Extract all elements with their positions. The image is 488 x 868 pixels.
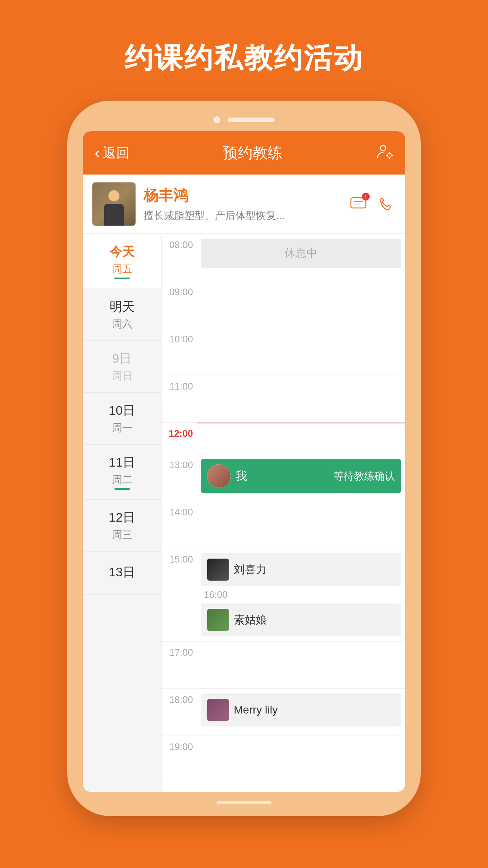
schedule-area: 08:00 休息中 09:00 10:00 11:00 <box>161 234 405 792</box>
date-item-tomorrow[interactable]: 明天 周六 <box>83 289 161 341</box>
time-1000: 10:00 <box>161 328 197 345</box>
message-badge: ! <box>362 193 370 200</box>
message-button[interactable]: ! <box>349 194 368 214</box>
date-item-9[interactable]: 9日 周日 <box>83 341 161 393</box>
day-12-label: 周三 <box>112 528 132 542</box>
date-9-label: 9日 <box>112 350 132 368</box>
time-1200: 12:00 <box>161 423 197 439</box>
avatar-merry <box>207 699 229 721</box>
slot-1100: 11:00 <box>161 375 405 423</box>
day-9-label: 周日 <box>112 369 132 383</box>
booking-status: 等待教练确认 <box>334 469 395 483</box>
trainer-name: 杨丰鸿 <box>143 186 341 206</box>
slot-0800: 08:00 休息中 <box>161 234 405 281</box>
date-11-label: 11日 <box>109 454 136 471</box>
settings-icon[interactable] <box>376 143 393 164</box>
time-1600-label: 16:00 <box>201 588 401 602</box>
speaker-bar <box>227 118 275 122</box>
date-today-label: 今天 <box>110 243 135 261</box>
trainer-actions: ! <box>349 194 396 214</box>
day-10-label: 周一 <box>112 421 132 435</box>
date-11-dot <box>114 488 130 490</box>
phone-button[interactable] <box>376 194 396 214</box>
booking-merry[interactable]: Merry lily <box>201 693 401 726</box>
today-underline <box>114 278 130 279</box>
booking-su[interactable]: 素姑娘 <box>201 603 401 636</box>
date-10-label: 10日 <box>109 402 136 419</box>
my-avatar <box>207 464 231 488</box>
date-item-12[interactable]: 12日 周三 <box>83 500 161 552</box>
slot-1400: 14:00 <box>161 501 405 548</box>
home-indicator <box>216 801 272 804</box>
slot-content-0800: 休息中 <box>197 234 405 272</box>
slot-0900: 09:00 <box>161 281 405 328</box>
svg-point-1 <box>387 153 391 157</box>
phone-screen: ‹ 返回 预约教练 <box>83 131 405 792</box>
slot-content-1300[interactable]: 我 等待教练确认 <box>197 454 405 498</box>
content-area: 今天 周五 明天 周六 9日 周日 10日 周一 11日 <box>83 234 405 792</box>
slot-1500-1600: 15:00 刘喜力 16:00 <box>161 548 405 642</box>
trainer-description: 擅长减脂塑型、产后体型恢复... <box>143 209 341 223</box>
day-tomorrow-label: 周六 <box>112 317 132 331</box>
phone-top-bar <box>213 116 275 123</box>
camera-dot <box>213 116 220 123</box>
day-today-label: 周五 <box>112 262 132 276</box>
time-1500: 15:00 <box>161 548 197 565</box>
date-tomorrow-label: 明天 <box>110 298 135 316</box>
day-11-label: 周二 <box>112 473 132 487</box>
date-sidebar: 今天 周五 明天 周六 9日 周日 10日 周一 11日 <box>83 234 161 792</box>
phone-frame: ‹ 返回 预约教练 <box>67 101 421 816</box>
liu-name: 刘喜力 <box>234 562 395 577</box>
date-12-label: 12日 <box>109 509 136 526</box>
slot-content-1500: 刘喜力 16:00 素姑娘 <box>197 548 405 641</box>
back-label: 返回 <box>103 144 130 162</box>
slot-content-1000 <box>197 328 405 335</box>
time-0800: 08:00 <box>161 234 197 250</box>
trainer-avatar <box>92 182 136 226</box>
avatar-head <box>108 190 119 201</box>
date-item-11[interactable]: 11日 周二 <box>83 445 161 500</box>
booking-green-item[interactable]: 我 等待教练确认 <box>201 459 401 493</box>
merry-name: Merry lily <box>234 704 395 716</box>
slot-content-1900 <box>197 736 405 742</box>
back-button[interactable]: ‹ 返回 <box>95 144 130 162</box>
slot-1900: 19:00 <box>161 736 405 783</box>
time-1300: 13:00 <box>161 454 197 471</box>
slot-content-1700 <box>197 642 405 648</box>
slot-1700: 17:00 <box>161 642 405 689</box>
avatar-body <box>104 204 124 226</box>
time-1100: 11:00 <box>161 375 197 392</box>
trainer-profile: 杨丰鸿 擅长减脂塑型、产后体型恢复... ! <box>83 175 405 234</box>
trainer-info: 杨丰鸿 擅长减脂塑型、产后体型恢复... <box>143 186 341 223</box>
slot-1200: 12:00 <box>161 423 405 454</box>
booking-liu[interactable]: 刘喜力 <box>201 553 401 586</box>
time-1800: 18:00 <box>161 689 197 705</box>
su-name: 素姑娘 <box>234 612 395 627</box>
time-0900: 09:00 <box>161 281 197 298</box>
slot-1300: 13:00 我 等待教练确认 <box>161 454 405 501</box>
page-headline: 约课约私教约活动 <box>125 39 363 77</box>
time-1700: 17:00 <box>161 642 197 658</box>
slot-content-1800[interactable]: Merry lily <box>197 689 405 731</box>
time-1400: 14:00 <box>161 501 197 518</box>
avatar-su <box>207 609 229 631</box>
slot-1000: 10:00 <box>161 328 405 375</box>
avatar-liu <box>207 559 229 581</box>
slot-1800: 18:00 Merry lily <box>161 689 405 736</box>
slot-content-1400 <box>197 501 405 508</box>
date-item-13[interactable]: 13日 <box>83 552 161 595</box>
header-title: 预约教练 <box>223 143 283 163</box>
slot-content-0900 <box>197 281 405 287</box>
date-item-today[interactable]: 今天 周五 <box>83 234 161 289</box>
noon-line <box>197 423 405 423</box>
rest-block: 休息中 <box>201 239 401 268</box>
time-1900: 19:00 <box>161 736 197 752</box>
chevron-left-icon: ‹ <box>95 145 100 162</box>
date-item-10[interactable]: 10日 周一 <box>83 393 161 445</box>
booking-my-name: 我 <box>235 468 329 484</box>
slot-content-1100 <box>197 375 405 382</box>
svg-point-0 <box>380 145 386 151</box>
app-header: ‹ 返回 预约教练 <box>83 131 405 175</box>
date-13-label: 13日 <box>109 564 136 581</box>
